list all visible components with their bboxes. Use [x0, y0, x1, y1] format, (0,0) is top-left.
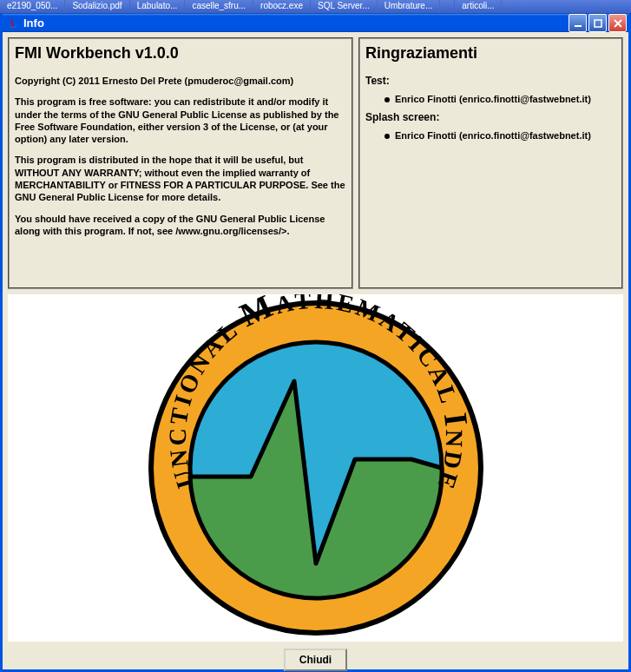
svg-rect-1	[595, 20, 601, 27]
window-close-button[interactable]	[608, 14, 627, 32]
info-window: Info FMI Workbench v1.0.0 Copyright (C) …	[0, 14, 631, 672]
titlebar-buttons	[569, 14, 627, 32]
acknowledgements-panel: Ringraziamenti Test: Enrico Finotti (enr…	[358, 37, 623, 289]
close-button[interactable]: Chiudi	[284, 649, 347, 671]
logo-area: FUNCTIONAL MATHEMATICAL INDEX	[8, 294, 623, 642]
taskbar-item[interactable]: SQL Server...	[311, 0, 378, 13]
splash-label: Splash screen:	[365, 111, 616, 123]
taskbar-item[interactable]: Sodalizio.pdf	[65, 0, 129, 13]
maximize-button[interactable]	[588, 14, 607, 32]
taskbar-item[interactable]: articoli...	[455, 0, 502, 13]
taskbar-item[interactable]: caselle_sfru...	[185, 0, 253, 13]
about-panel: FMI Workbench v1.0.0 Copyright (C) 2011 …	[8, 37, 353, 289]
ack-heading: Ringraziamenti	[365, 44, 616, 63]
test-label: Test:	[365, 75, 616, 87]
panels-row: FMI Workbench v1.0.0 Copyright (C) 2011 …	[8, 37, 623, 289]
test-item: Enrico Finotti (enrico.finotti@fastwebne…	[365, 92, 616, 111]
minimize-button[interactable]	[569, 14, 587, 32]
fmi-logo-icon: FUNCTIONAL MATHEMATICAL INDEX	[142, 294, 490, 642]
content-area: FMI Workbench v1.0.0 Copyright (C) 2011 …	[3, 32, 628, 672]
app-heading: FMI Workbench v1.0.0	[15, 44, 346, 63]
splash-item: Enrico Finotti (enrico.finotti@fastwebne…	[365, 128, 616, 148]
taskbar-item[interactable]: Umbrature...	[378, 0, 441, 13]
java-icon	[6, 16, 20, 30]
license-copy-para: You should have received a copy of the G…	[15, 213, 346, 238]
titlebar: Info	[3, 14, 628, 32]
copyright-text: Copyright (C) 2011 Ernesto Del Prete (pm…	[15, 75, 346, 87]
svg-rect-0	[575, 25, 582, 27]
taskbar-item[interactable]	[440, 0, 455, 13]
license-para: This program is free software: you can r…	[15, 96, 346, 145]
taskbar-item[interactable]: robocz.exe	[253, 0, 311, 13]
button-row: Chiudi	[8, 647, 623, 672]
taskbar: e2190_050... Sodalizio.pdf Labulato... c…	[0, 0, 631, 14]
taskbar-item[interactable]: Labulato...	[130, 0, 186, 13]
taskbar-item[interactable]: e2190_050...	[0, 0, 65, 13]
warranty-para: This program is distributed in the hope …	[15, 154, 346, 203]
window-title: Info	[23, 16, 569, 30]
